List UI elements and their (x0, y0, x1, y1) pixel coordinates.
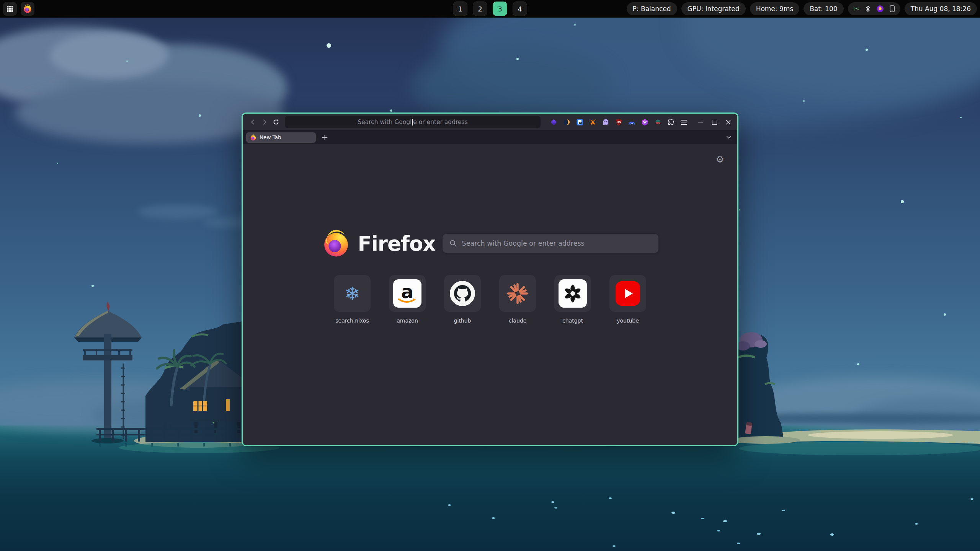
shortcut-label: amazon (397, 318, 418, 324)
newtab-search-field[interactable]: Search with Google or enter address (443, 234, 658, 253)
chevron-down-icon (726, 134, 732, 140)
app-grid-button[interactable] (3, 2, 17, 16)
newtab-hero: Firefox Search with Google or enter addr… (243, 229, 737, 258)
workspace-1[interactable]: 1 (453, 2, 467, 16)
forward-icon (261, 119, 268, 126)
scissors-icon[interactable]: ✂ (854, 5, 859, 12)
workspace-switcher: 1 2 3 4 (453, 2, 527, 16)
extension-toolbar: UO (549, 117, 688, 127)
tab-favicon-firefox (250, 134, 256, 141)
maximize-button[interactable] (710, 117, 719, 127)
shortcut-label: youtube (617, 318, 639, 324)
status-area: P: Balanced GPU: Integrated Home: 9ms Ba… (627, 2, 977, 15)
forward-button[interactable] (259, 116, 270, 128)
workspace-2[interactable]: 2 (473, 2, 487, 16)
top-status-bar: 1 2 3 4 P: Balanced GPU: Integrated Home… (0, 0, 980, 18)
youtube-play-icon (616, 281, 640, 306)
bitwarden-lock-extension-icon[interactable] (575, 117, 584, 127)
new-tab-button[interactable] (320, 132, 330, 142)
claude-starburst-icon (507, 283, 528, 304)
shortcut-amazon[interactable]: a amazon (389, 275, 426, 324)
svg-text:UO: UO (616, 121, 621, 124)
ublock-origin-shield-extension-icon[interactable]: UO (614, 117, 623, 127)
maximize-icon (712, 120, 717, 125)
shortcut-github[interactable]: github (444, 275, 481, 324)
shortcut-chatgpt[interactable]: chatgpt (554, 275, 591, 324)
url-bar[interactable]: Search with Google or enter address (285, 116, 541, 128)
launcher-group (3, 2, 34, 16)
ghostery-ghost-extension-icon[interactable] (601, 117, 610, 127)
shortcut-claude[interactable]: claude (499, 275, 536, 324)
workspace-4[interactable]: 4 (513, 2, 527, 16)
tab-bar: New Tab (243, 130, 737, 144)
urlbar-placeholder-right: e or enter address (413, 119, 467, 126)
firefox-window: Search with Google or enter address (242, 112, 738, 446)
openai-knot-icon (562, 283, 583, 304)
bluetooth-icon[interactable] (865, 5, 871, 12)
reload-icon (273, 119, 279, 126)
list-all-tabs-button[interactable] (724, 132, 734, 142)
navigation-toolbar: Search with Google or enter address (243, 114, 737, 130)
metamask-fox-extension-icon[interactable] (588, 117, 597, 127)
shortcut-label: claude (509, 318, 527, 324)
urlbar-placeholder-left: Search with Googl (358, 119, 412, 126)
shortcut-label: search.nixos (335, 318, 369, 324)
back-button[interactable] (247, 116, 259, 128)
shortcut-search-nixos[interactable]: ❄❄ search.nixos (334, 275, 371, 324)
back-icon (250, 119, 256, 126)
personalize-gear-button[interactable]: ⚙ (716, 155, 724, 164)
tab-new-tab[interactable]: New Tab (246, 132, 316, 143)
battery-pill[interactable]: Bat: 100 (804, 2, 843, 15)
text-caret (412, 119, 413, 126)
firefox-launcher-button[interactable] (21, 2, 34, 16)
shortcut-label: github (454, 318, 471, 324)
close-icon (725, 119, 731, 125)
shortcut-tiles: ❄❄ search.nixos a amazon (243, 275, 737, 324)
spy-agent-extension-icon[interactable] (653, 117, 662, 127)
dark-reader-moon-extension-icon[interactable] (562, 117, 571, 127)
close-button[interactable] (724, 117, 733, 127)
tab-title: New Tab (260, 134, 281, 140)
firefox-icon (23, 4, 32, 13)
github-octocat-icon (449, 280, 475, 306)
app-grid-icon (7, 5, 13, 12)
window-controls (696, 117, 733, 127)
minimize-icon (698, 122, 703, 122)
power-profile-pill[interactable]: P: Balanced (627, 2, 677, 15)
minimize-button[interactable] (696, 117, 705, 127)
phone-icon[interactable] (890, 5, 895, 12)
nordvpn-arc-extension-icon[interactable] (627, 117, 636, 127)
search-icon (449, 240, 457, 247)
shortcut-label: chatgpt (562, 318, 583, 324)
shortcut-youtube[interactable]: youtube (609, 275, 646, 324)
reload-button[interactable] (270, 116, 282, 128)
newtab-content: ⚙ Firefox (243, 144, 737, 445)
amazon-a-icon: a (393, 279, 421, 308)
ping-pill[interactable]: Home: 9ms (750, 2, 800, 15)
puzzle-extensions-button[interactable] (666, 117, 675, 127)
hex-asterisk-extension-icon[interactable] (640, 117, 649, 127)
firefox-logo-large (322, 229, 351, 258)
gpu-pill[interactable]: GPU: Integrated (681, 2, 746, 15)
clock-pill[interactable]: Thu Aug 08, 18:26 (905, 2, 977, 15)
tray-pill: ✂ (848, 2, 900, 15)
firefox-wordmark: Firefox (358, 232, 435, 255)
flame-icon[interactable] (876, 5, 884, 13)
workspace-3-active[interactable]: 3 (493, 2, 507, 16)
nixos-snowflake-icon: ❄❄ (345, 284, 360, 303)
search-placeholder: Search with Google or enter address (462, 240, 585, 247)
menu-hamburger-button[interactable] (679, 117, 688, 127)
purple-diamond-extension-icon[interactable] (549, 117, 558, 127)
plus-icon (322, 135, 328, 140)
